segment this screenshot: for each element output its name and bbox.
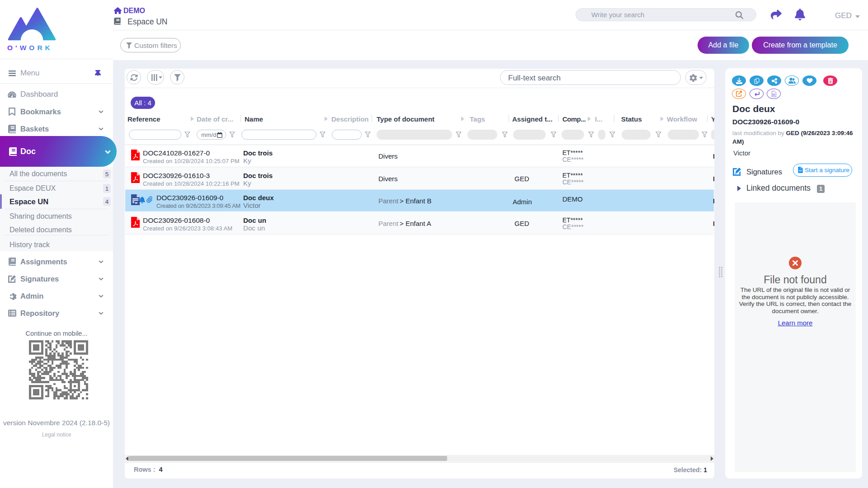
svg-text:O'WORK: O'WORK: [7, 44, 53, 52]
svg-text:w: w: [135, 201, 138, 204]
